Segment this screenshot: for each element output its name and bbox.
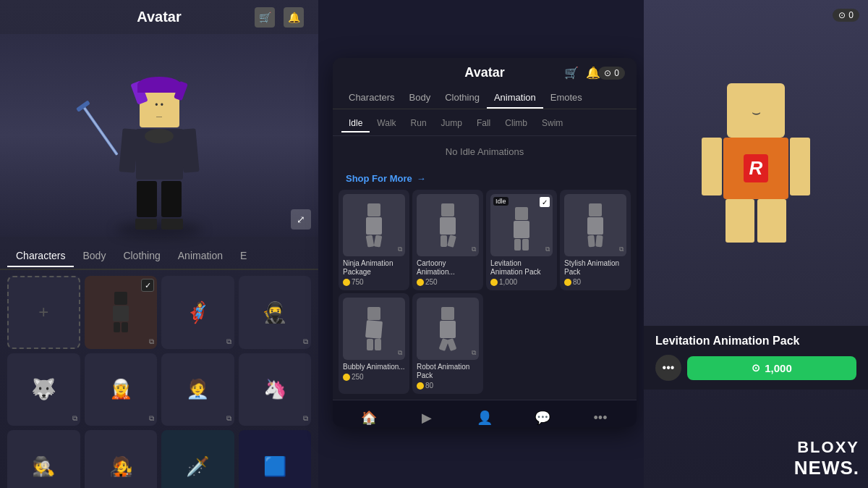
shop-item-image: Idle ✓ ⧉ — [490, 194, 553, 256]
right-avatar-preview: ⌣ R — [644, 0, 868, 326]
character-item[interactable]: 🦄 ⧉ — [239, 353, 312, 426]
character-item[interactable]: 🧑‍🎤 ⧉ — [85, 430, 158, 488]
character-left-arm — [702, 138, 722, 195]
character-item[interactable]: 🧑‍💼 ⧉ — [161, 353, 234, 426]
left-panel-title: Avatar — [137, 9, 182, 25]
shop-item-levitation[interactable]: Idle ✓ ⧉ Levitation Animation Pack 1,000 — [486, 190, 557, 290]
anim-walk-tab[interactable]: Walk — [370, 115, 403, 132]
copy-icon: ⧉ — [472, 349, 476, 357]
shop-item-name: Cartoony Animation... — [417, 259, 479, 277]
shop-item-ninja[interactable]: ⧉ Ninja Animation Package 750 — [339, 190, 409, 290]
shop-item-price: 80 — [564, 278, 626, 286]
center-nav-emotes[interactable]: Emotes — [543, 88, 590, 109]
anim-climb-tab[interactable]: Climb — [498, 115, 535, 132]
left-nav-clothing[interactable]: Clothing — [114, 245, 169, 266]
center-cart-icon[interactable]: 🛒 — [564, 66, 579, 80]
character-item[interactable]: 🟦 ⧉ — [239, 430, 312, 488]
center-nav-body[interactable]: Body — [402, 88, 438, 109]
idle-badge: Idle — [493, 197, 509, 206]
expand-button[interactable]: ⤢ — [291, 209, 311, 230]
anim-jump-tab[interactable]: Jump — [434, 115, 469, 132]
character-item[interactable]: 🗡️ ⧉ — [161, 430, 234, 488]
shop-item-robot[interactable]: ⧉ Robot Animation Pack 80 — [412, 293, 483, 394]
anim-fall-tab[interactable]: Fall — [469, 115, 498, 132]
anim-run-tab[interactable]: Run — [404, 115, 434, 132]
copy-icon: ⧉ — [398, 245, 402, 253]
chat-nav-button[interactable]: 💬 — [532, 408, 553, 427]
plus-icon: + — [38, 302, 48, 322]
center-nav-characters[interactable]: Characters — [341, 88, 402, 109]
center-nav-animation[interactable]: Animation — [487, 88, 543, 109]
left-panel: Avatar 🛒 🔔 ⊙ 60 • •— — [0, 0, 318, 488]
right-coin-value: 0 — [848, 10, 854, 20]
coin-icon — [490, 279, 498, 286]
avatar-nav-button[interactable]: 👤 — [475, 408, 495, 427]
left-nav-body[interactable]: Body — [74, 245, 114, 266]
coin-icon: ⊙ — [752, 362, 760, 374]
cart-icon[interactable]: 🛒 — [255, 7, 275, 28]
bottom-navigation: 🏠 ▶ 👤 💬 ••• — [333, 400, 637, 427]
left-navigation: Characters Body Clothing Animation E — [0, 237, 318, 270]
shop-header: Shop For More → — [333, 167, 637, 190]
anim-swim-tab[interactable]: Swim — [535, 115, 570, 132]
left-nav-animation[interactable]: Animation — [169, 245, 231, 266]
price-value: 250 — [352, 373, 364, 381]
add-character-button[interactable]: + — [7, 276, 80, 349]
character-item[interactable]: 🕵️ ⧉ — [7, 430, 80, 488]
buy-button[interactable]: ⊙ 1,000 — [687, 356, 856, 380]
anim-idle-tab[interactable]: Idle — [341, 115, 370, 132]
shop-item-name: Levitation Animation Pack — [490, 259, 553, 277]
shop-item-name: Ninja Animation Package — [343, 259, 405, 277]
character-item[interactable]: ✓ ⧉ — [85, 276, 158, 349]
shop-item-image: ⧉ — [417, 298, 479, 360]
character-torso: R — [723, 138, 788, 199]
shop-more-link[interactable]: → — [417, 173, 426, 184]
left-nav-more[interactable]: E — [231, 245, 255, 266]
price-value: 250 — [425, 278, 438, 286]
left-nav-characters[interactable]: Characters — [7, 245, 74, 267]
home-nav-button[interactable]: 🏠 — [359, 408, 379, 427]
character-left-leg — [726, 199, 754, 243]
character-item[interactable]: 🐺 ⧉ — [7, 353, 80, 426]
shop-item-image: ⧉ — [343, 298, 405, 360]
more-nav-button[interactable]: ••• — [590, 408, 610, 427]
center-navigation: Characters Body Clothing Animation Emote… — [333, 88, 637, 109]
more-options-button[interactable]: ••• — [655, 355, 681, 381]
right-panel: ⊙ 0 ⌣ R Levitation Animation — [644, 0, 868, 488]
character-head: ⌣ — [727, 83, 785, 138]
character-item[interactable]: 🧝 ⧉ — [85, 353, 158, 426]
copy-icon: ⧉ — [472, 245, 476, 253]
selected-check: ✓ — [540, 197, 550, 207]
shop-item-stylish[interactable]: ⧉ Stylish Animation Pack 80 — [560, 190, 631, 290]
copy-icon: ⧉ — [149, 337, 154, 346]
copy-icon: ⧉ — [398, 349, 402, 357]
bell-icon[interactable]: 🔔 — [284, 7, 304, 28]
coin-icon — [343, 374, 350, 381]
play-nav-button[interactable]: ▶ — [417, 408, 437, 427]
center-nav-clothing[interactable]: Clothing — [438, 88, 487, 109]
center-panel: Avatar 🛒 🔔 ⊙ 0 Characters Body Clothing … — [333, 58, 637, 427]
copy-icon: ⧉ — [303, 337, 308, 346]
shop-item-cartoony[interactable]: ⧉ Cartoony Animation... 250 — [412, 190, 483, 290]
shop-item-price: 750 — [343, 278, 405, 286]
selected-check: ✓ — [141, 279, 154, 292]
copy-icon: ⧉ — [619, 245, 624, 253]
bloxy-news-text: NEWS. — [794, 457, 859, 479]
shop-item-price: 250 — [343, 373, 405, 381]
more-icon: ••• — [663, 361, 675, 374]
shop-item-price: 80 — [417, 382, 479, 390]
copy-icon: ⧉ — [545, 245, 550, 253]
left-header-icons: 🛒 🔔 — [255, 7, 304, 28]
coin-icon — [343, 279, 350, 286]
left-header: Avatar 🛒 🔔 — [0, 0, 318, 34]
center-panel-title: Avatar — [464, 65, 504, 80]
right-item-info: Levitation Animation Pack ••• ⊙ 1,000 — [644, 326, 868, 390]
shop-item-bubbly[interactable]: ⧉ Bubbly Animation... 250 — [339, 293, 409, 394]
right-actions: ••• ⊙ 1,000 — [655, 355, 856, 381]
character-item[interactable]: 🥷 ⧉ — [239, 276, 312, 349]
character-item[interactable]: 🦸 ⧉ — [161, 276, 234, 349]
avatar-preview: • •— — [0, 34, 318, 237]
price-value: 80 — [573, 278, 581, 286]
roblox-character: ⌣ R — [705, 83, 807, 243]
character-right-leg — [757, 199, 786, 243]
